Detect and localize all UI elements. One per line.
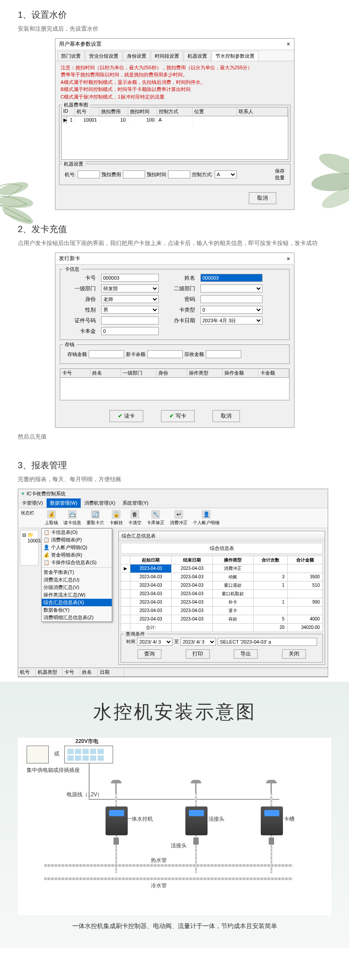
identity-select[interactable]: 老师	[101, 295, 159, 303]
cardtype-select[interactable]: 0	[200, 306, 263, 314]
menu-machine[interactable]: 消费机管理(X)	[81, 498, 119, 508]
date-from-select[interactable]: 2023/ 4/ 3	[137, 638, 173, 646]
tab-time[interactable]: 时间段设置	[151, 51, 183, 61]
menu-item[interactable]: 操作类流水汇总(W)	[42, 591, 112, 599]
fieldset-deposit: 存钱 存钱金额 新卡余额 应收金额	[60, 344, 290, 364]
time-input[interactable]	[168, 170, 190, 178]
batch-button[interactable]: 批量	[275, 174, 285, 181]
fee-input[interactable]	[123, 170, 145, 178]
water-controller-icon	[261, 806, 283, 835]
name-input[interactable]	[200, 274, 263, 282]
menu-item[interactable]: 👤 个人帐户明细(Q)	[42, 544, 112, 551]
toolbar-clear[interactable]: 🗑卡清空	[128, 510, 141, 526]
window-titlebar: 用户基本参数设置 ×	[55, 39, 294, 50]
menu-item[interactable]: 消费明细汇总信息表(Z)	[42, 614, 112, 621]
menu-item[interactable]: 📋 消费明细表(P)	[42, 536, 112, 544]
section-set-price: 1、设置水价 安装和注册完成后，先设置水价 用户基本参数设置 × 部门设置 营业…	[0, 0, 349, 214]
fieldset-card-info: 卡信息 卡号 姓名 一级部门 研发部 二级部门 身份 老师 密码 性别 男 卡类…	[60, 269, 290, 340]
query-conditions: 查询条件 时间 2023/ 4/ 3 至 2023/ 4/ 3 查询 打印 导出	[121, 634, 323, 663]
principal-input[interactable]	[101, 327, 159, 335]
app-title: IC卡收费控制系统	[27, 490, 66, 497]
toolbar-unlock[interactable]: 🔓卡解挂	[110, 510, 123, 526]
device-tree[interactable]: ⊟ 📁 10001	[20, 530, 39, 565]
water-controller-icon	[106, 806, 128, 835]
window-ic-system: ✦ IC卡收费控制系统 卡管理(V) 数据管理(W) 消费机管理(X) 系统管理…	[18, 489, 328, 677]
tab-machine[interactable]: 机器设置	[184, 51, 211, 61]
query-button[interactable]: 查询	[137, 649, 161, 659]
menu-bar: 卡管理(V) 数据管理(W) 消费机管理(X) 系统管理(Y)	[18, 498, 328, 508]
menu-item[interactable]: 📋 卡操作综合信息表(S)	[42, 559, 112, 566]
section-2-title: 2、发卡充值	[18, 223, 331, 235]
date-to-select[interactable]: 2023/ 4/ 3	[180, 638, 216, 646]
section-2-desc: 点用户发卡按钮后出现下面的界面，我们把用户卡放上来，点读卡后，输入卡的相关信息，…	[18, 239, 331, 248]
window-issue-card: 发行新卡 × 卡信息 卡号 姓名 一级部门 研发部 二级部门 身份 老师 密码 …	[55, 253, 294, 428]
cancel-button[interactable]: 取消	[249, 192, 276, 204]
menu-item[interactable]: 💰 资金明细表(R)	[42, 551, 112, 559]
machine-no-input[interactable]	[78, 170, 100, 178]
write-card-button[interactable]: ✔写卡	[161, 410, 195, 422]
toolbar-readcard[interactable]: 📇读卡信息	[63, 510, 81, 526]
section-1-title: 1、设置水价	[18, 9, 331, 21]
section-3-title: 3、报表管理	[18, 459, 331, 471]
section-issue-card: 2、发卡充值 点用户发卡按钮后出现下面的界面，我们把用户卡放上来，点读卡后，输入…	[0, 214, 349, 450]
close-icon[interactable]: ×	[286, 40, 290, 47]
diagram-caption: 一体水控机集成刷卡控制器、电动阀、流量计于一体，节约成本且安装简单	[0, 922, 349, 930]
section-reports: 3、报表管理 完善的报表，每天、每月明细，方便结账 ✦ IC卡收费控制系统 卡管…	[0, 450, 349, 682]
cancel-button[interactable]: 取消	[212, 410, 240, 422]
deposit-amount-input[interactable]	[89, 350, 124, 358]
tab-group[interactable]: 营业分组设置	[85, 51, 122, 61]
idnum-input[interactable]	[101, 316, 159, 324]
card-grid: 卡号 姓名 一级部门 身份 操作类型 操作金额 卡金额	[60, 368, 290, 400]
diagram-section: 水控机安装示意图 220V市电 或 集中供电箱或排插插座 电源线（12V） 一体…	[0, 682, 349, 948]
toolbar-fixlib[interactable]: 🔧卡库修正	[147, 510, 165, 526]
dept2-select[interactable]	[200, 285, 263, 292]
section-2-after: 然后点充值	[18, 432, 331, 442]
menu-item[interactable]: 数据备份(Y)	[42, 606, 112, 614]
carddate-select[interactable]: 2023年 4月 3日	[200, 316, 263, 324]
menu-item[interactable]: 消费流水汇总(U)	[42, 576, 112, 584]
power-box-icon	[27, 746, 49, 763]
data-menu-dropdown: 📋 卡信息表(O) 📋 消费明细表(P) 👤 个人帐户明细(Q) 💰 资金明细表…	[41, 528, 112, 622]
tab-water-control[interactable]: 节水控制参数设置	[212, 51, 259, 61]
report-table: 起始日期 结束日期 操作类型 合计次数 合计金额 ▶2023-04-032023…	[121, 556, 323, 632]
fieldset-fee-rate: 机器费率图 ID 机号 挑扣费用 挑扣时间 控制方式 位置 联系人 ▶ 1 10…	[59, 105, 290, 162]
close-icon[interactable]: ×	[286, 255, 290, 262]
menu-system[interactable]: 系统管理(Y)	[119, 498, 152, 508]
menu-item[interactable]: 资金平衡表(T)	[42, 569, 112, 576]
water-controller-icon	[185, 806, 208, 835]
section-3-desc: 完善的报表，每天、每月明细，方便结账	[18, 475, 331, 484]
toolbar-withdraw[interactable]: 💰上取钱	[45, 510, 58, 526]
toolbar-account[interactable]: 👤个人帐户明细	[193, 510, 220, 526]
section-1-desc: 安装和注册完成后，先设置水价	[18, 24, 331, 34]
app-icon: ✦	[21, 491, 25, 497]
sql-input[interactable]	[218, 638, 317, 646]
password-input[interactable]	[200, 295, 263, 303]
toolbar-reverse[interactable]: ↩消费冲正	[170, 510, 188, 526]
installation-diagram: 220V市电 或 集中供电箱或排插插座 电源线（12V） 一体水控机 活接头 卡…	[18, 738, 331, 915]
menu-item[interactable]: 分级消费汇总(V)	[42, 584, 112, 591]
close-button[interactable]: 关闭	[282, 649, 306, 659]
control-mode-select[interactable]: A	[215, 170, 237, 178]
fieldset-machine-setting: 机器设置 机号: 预扣费用 预扣时间 控制方式: A 保存 批量	[59, 164, 290, 185]
power-strip-icon	[64, 746, 113, 763]
joint-icon	[114, 838, 119, 845]
menu-card[interactable]: 卡管理(V)	[18, 498, 47, 508]
cardno-input[interactable]	[101, 274, 159, 282]
tab-identity[interactable]: 身份设置	[123, 51, 150, 61]
read-card-button[interactable]: ✔读卡	[110, 410, 143, 422]
receivable-input[interactable]	[206, 350, 241, 358]
save-button[interactable]: 保存	[275, 168, 285, 174]
tab-dept[interactable]: 部门设置	[57, 51, 85, 61]
joint-icon	[269, 838, 274, 845]
dept1-select[interactable]: 研发部	[101, 285, 159, 292]
menu-item[interactable]: 📋 卡信息表(O)	[42, 529, 112, 536]
export-button[interactable]: 导出	[234, 649, 258, 659]
menu-data[interactable]: 数据管理(W)	[47, 498, 81, 508]
print-button[interactable]: 打印	[186, 649, 210, 659]
window-user-params: 用户基本参数设置 × 部门设置 营业分组设置 身份设置 时间段设置 机器设置 节…	[55, 38, 294, 210]
gender-select[interactable]: 男	[101, 306, 159, 314]
balance-input[interactable]	[147, 350, 183, 358]
diagram-title: 水控机安装示意图	[0, 699, 349, 724]
menu-item-selected[interactable]: 综合汇总信息表(X)	[42, 599, 112, 606]
toolbar-reget[interactable]: 🔄重取卡片	[86, 510, 104, 526]
